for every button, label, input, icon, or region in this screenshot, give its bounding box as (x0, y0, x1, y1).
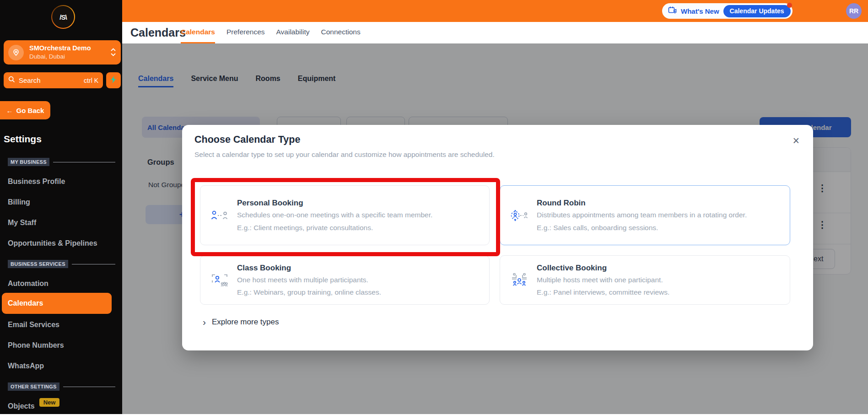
whats-new-label: What's New (681, 7, 719, 15)
calendar-updates-badge[interactable]: Calendar Updates (723, 5, 791, 17)
section-my-business: MY BUSINESS (8, 158, 115, 166)
back-arrow-icon: ← (6, 107, 13, 114)
explore-more-types-link[interactable]: › Explore more types (203, 317, 279, 327)
option-title: Personal Booking (237, 199, 432, 208)
announcement-calendar-icon (668, 6, 677, 16)
option-example: E.g.: Panel interviews, committee review… (537, 288, 669, 296)
option-round-robin[interactable]: Round Robin Distributes appointments amo… (500, 185, 790, 245)
option-description: One host meets with multiple participant… (237, 275, 381, 285)
new-badge: New (39, 398, 60, 407)
search-input[interactable]: Search ctrl K (4, 72, 103, 88)
option-example: E.g.: Webinars, group training, online c… (237, 288, 381, 296)
whats-new-button[interactable]: What's New Calendar Updates (662, 3, 793, 19)
brand-logo: /S\ (51, 5, 75, 29)
section-other-settings: OTHER SETTINGS (8, 382, 115, 391)
go-back-button[interactable]: ← Go Back (0, 101, 50, 119)
section-divider (72, 264, 115, 264)
main-tabs: Calendars Preferences Availability Conne… (181, 22, 361, 43)
option-title: Round Robin (537, 199, 747, 208)
chevron-up-down-icon (110, 47, 116, 59)
account-name: SMOrchestra Demo (29, 44, 91, 52)
tab-availability[interactable]: Availability (276, 22, 310, 43)
page-header: Calendars Calendars Preferences Availabi… (0, 22, 868, 43)
sidebar-item-email-services[interactable]: Email Services (8, 321, 59, 329)
search-icon (8, 76, 15, 85)
go-back-label: Go Back (16, 107, 44, 114)
sub-tabs: Calendars Service Menu Rooms Equipment (138, 75, 335, 87)
tab-connections[interactable]: Connections (321, 22, 360, 43)
one-on-one-icon (210, 209, 229, 222)
chevron-right-icon: › (203, 317, 206, 327)
tab-preferences[interactable]: Preferences (226, 22, 265, 43)
search-placeholder: Search (19, 76, 41, 84)
tab-calendars[interactable]: Calendars (181, 22, 215, 43)
lightning-bolt-icon (111, 76, 116, 85)
account-switcher[interactable]: SMOrchestra Demo Dubai, Dubai (4, 40, 121, 65)
sidebar-item-business-profile[interactable]: Business Profile (8, 178, 65, 186)
avatar[interactable]: RR (846, 3, 862, 19)
section-business-services: BUSINESS SERVICES (8, 260, 115, 268)
collective-booking-icon (510, 273, 528, 287)
sidebar-item-phone-numbers[interactable]: Phone Numbers (8, 341, 64, 350)
sidebar-item-opportunities-pipelines[interactable]: Opportunities & Pipelines (8, 239, 97, 248)
modal-title: Choose Calendar Type (194, 134, 300, 145)
option-collective-booking[interactable]: Collective Booking Multiple hosts meet w… (500, 255, 790, 305)
groups-title: Groups (147, 158, 174, 167)
subtab-calendars[interactable]: Calendars (138, 75, 173, 87)
section-divider (53, 162, 115, 162)
option-example: E.g.: Sales calls, onboarding sessions. (537, 224, 747, 232)
choose-calendar-type-modal: × Choose Calendar Type Select a calendar… (182, 125, 813, 350)
option-example: E.g.: Client meetings, private consultat… (237, 224, 432, 232)
modal-subtitle: Select a calendar type to set up your ca… (194, 151, 495, 159)
option-description: Distributes appointments among team memb… (537, 210, 747, 220)
sidebar-item-calendars[interactable]: Calendars (2, 293, 112, 314)
search-shortcut: ctrl K (84, 77, 98, 84)
sidebar-item-automation[interactable]: Automation (8, 280, 49, 288)
notification-dot (787, 3, 792, 8)
class-booking-icon (210, 273, 229, 287)
sidebar-item-my-staff[interactable]: My Staff (8, 219, 36, 227)
calendar-type-options: Personal Booking Schedules one-on-one me… (200, 185, 790, 305)
option-description: Multiple hosts meet with one participant… (537, 275, 669, 285)
settings-sidebar: /S\ SMOrchestra Demo Dubai, Dubai (0, 0, 122, 414)
row-menu-kebab-icon[interactable]: ⋮ (818, 183, 827, 193)
sidebar-item-whatsapp[interactable]: WhatsApp (8, 362, 44, 370)
option-class-booking[interactable]: Class Booking One host meets with multip… (200, 255, 490, 305)
round-robin-icon (510, 209, 528, 222)
explore-more-types-label: Explore more types (212, 318, 279, 327)
option-description: Schedules one-on-one meetings with a spe… (237, 210, 432, 220)
sidebar-item-billing[interactable]: Billing (8, 198, 30, 206)
option-title: Class Booking (237, 264, 381, 273)
app-root: What's New Calendar Updates RR Calendars… (0, 0, 868, 420)
account-location: Dubai, Dubai (29, 53, 65, 60)
option-personal-booking[interactable]: Personal Booking Schedules one-on-one me… (200, 185, 490, 245)
sidebar-heading: Settings (4, 134, 42, 145)
subtab-equipment[interactable]: Equipment (298, 75, 336, 87)
section-divider (63, 387, 115, 387)
option-title: Collective Booking (537, 264, 669, 273)
close-icon[interactable]: × (793, 135, 799, 146)
sidebar-item-objects[interactable]: Objects New (8, 402, 59, 410)
subtab-rooms[interactable]: Rooms (256, 75, 280, 87)
row-menu-kebab-icon[interactable]: ⋮ (818, 220, 827, 229)
location-pin-icon (8, 45, 24, 60)
page-title: Calendars (130, 26, 186, 39)
top-bar: What's New Calendar Updates RR (0, 0, 868, 22)
subtab-service-menu[interactable]: Service Menu (191, 75, 238, 87)
quick-actions-button[interactable] (106, 72, 121, 88)
